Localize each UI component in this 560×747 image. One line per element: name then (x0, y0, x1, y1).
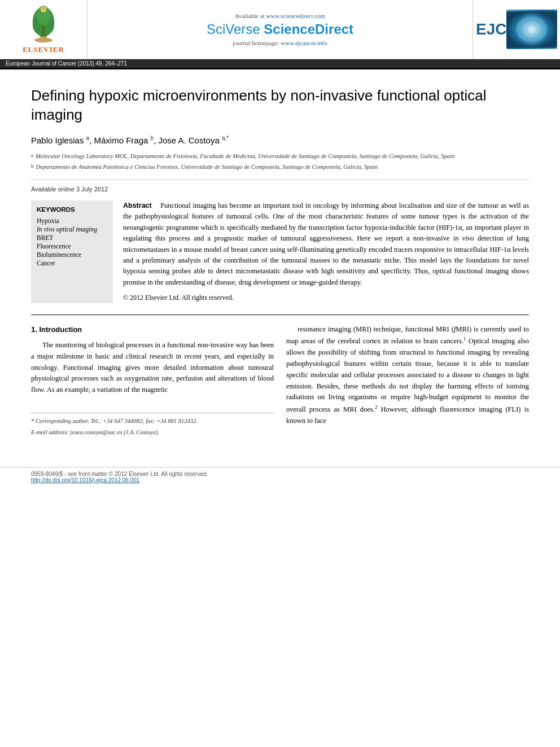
elsevier-logo-area: ELSEVIER (0, 0, 88, 59)
journal-citation: European Journal of Cancer (2013) 49, 26… (6, 60, 127, 67)
elsevier-tree-icon (21, 5, 66, 44)
affiliation-a-text: Molecular Oncology Laboratory MOL, Depar… (36, 152, 454, 161)
keyword-hypoxia: Hypoxia (37, 217, 107, 224)
journal-homepage: journal homepage: www.ejcancer.info (233, 40, 327, 46)
footnote-corresponding: * Corresponding author. Tel.: +34 647 34… (31, 417, 274, 426)
sciencedirect-link[interactable]: www.sciencedirect.com (266, 12, 325, 19)
header-center: Available at www.sciencedirect.com SciVe… (88, 0, 473, 59)
keyword-optical-imaging: In vivo optical imaging (37, 226, 107, 233)
footer-license: 0959-8049/$ - see front matter © 2012 El… (31, 471, 529, 477)
elsevier-logo: ELSEVIER (21, 5, 66, 54)
ejc-journal-image (506, 10, 557, 49)
elsevier-text: ELSEVIER (23, 45, 64, 54)
abstract-section: KEYWORDS Hypoxia In vivo optical imaging… (31, 200, 529, 303)
authors-line: Pablo Iglesias a, Máximo Fraga b, Jose A… (31, 135, 529, 145)
keywords-title: KEYWORDS (37, 206, 107, 213)
section-divider-main (31, 314, 529, 315)
column-right: resonance imaging (MRI) technique, funct… (286, 324, 529, 439)
keyword-fluorescence: Fluorescence (37, 243, 107, 250)
svg-rect-10 (506, 11, 557, 48)
journal-info-bar: European Journal of Cancer (2013) 49, 26… (0, 59, 560, 68)
available-online: Available online 3 July 2012 (31, 186, 529, 193)
copyright-notice: © 2012 Elsevier Ltd. All rights reserved… (123, 292, 529, 303)
article-title: Defining hypoxic microenvironments by no… (31, 86, 529, 125)
sciverse-title: SciVerse ScienceDirect (207, 21, 353, 37)
keyword-bret: BRET (37, 234, 107, 241)
intro-heading: 1. Introduction (31, 324, 274, 336)
fmri-italic: f (454, 325, 456, 333)
footnote-email: E-mail address: josea.costoya@usc.es (J.… (31, 428, 274, 438)
ejc-image-icon (506, 11, 557, 48)
ejc-text: EJC (476, 20, 506, 38)
header-top: ELSEVIER Available at www.sciencedirect.… (0, 0, 560, 59)
keywords-box: KEYWORDS Hypoxia In vivo optical imaging… (31, 200, 113, 303)
available-at: Available at www.sciencedirect.com (235, 12, 325, 19)
page-header: ELSEVIER Available at www.sciencedirect.… (0, 0, 560, 69)
svg-point-11 (516, 17, 548, 42)
affiliation-a: a Molecular Oncology Laboratory MOL, Dep… (31, 152, 529, 161)
page-footer: 0959-8049/$ - see front matter © 2012 El… (0, 467, 560, 487)
two-column-body: 1. Introduction The monitoring of biolog… (31, 324, 529, 439)
affiliation-b: b Departamento de Anatomía Patolóxica e … (31, 163, 529, 172)
keyword-bioluminescence: Bioluminescence (37, 251, 107, 258)
intro-paragraph: The monitoring of biological processes i… (31, 340, 274, 396)
right-paragraph-1: resonance imaging (MRI) technique, funct… (286, 324, 529, 427)
footnotes: * Corresponding author. Tel.: +34 647 34… (31, 413, 274, 437)
divider-1 (31, 180, 529, 180)
footer-doi: http://dx.doi.org/10.1016/j.ejca.2012.06… (31, 477, 529, 483)
abstract-label: Abstract (123, 202, 152, 209)
sciencedirect-label: ScienceDirect (264, 21, 353, 37)
keyword-cancer: Cancer (37, 260, 107, 267)
affiliations: a Molecular Oncology Laboratory MOL, Dep… (31, 152, 529, 172)
abstract-text: Abstract Functional imaging has become a… (123, 200, 529, 303)
ejc-logo-area: EJC (473, 0, 560, 59)
svg-point-12 (523, 21, 541, 37)
svg-point-13 (528, 25, 536, 33)
column-left: 1. Introduction The monitoring of biolog… (31, 324, 274, 439)
abstract-invivo: in vivo (453, 234, 474, 242)
journal-url[interactable]: www.ejcancer.info (281, 40, 327, 46)
doi-link[interactable]: http://dx.doi.org/10.1016/j.ejca.2012.06… (31, 477, 139, 483)
affiliation-b-text: Departamento de Anatomía Patolóxica e Ci… (36, 163, 378, 172)
main-content: Defining hypoxic microenvironments by no… (0, 69, 560, 456)
